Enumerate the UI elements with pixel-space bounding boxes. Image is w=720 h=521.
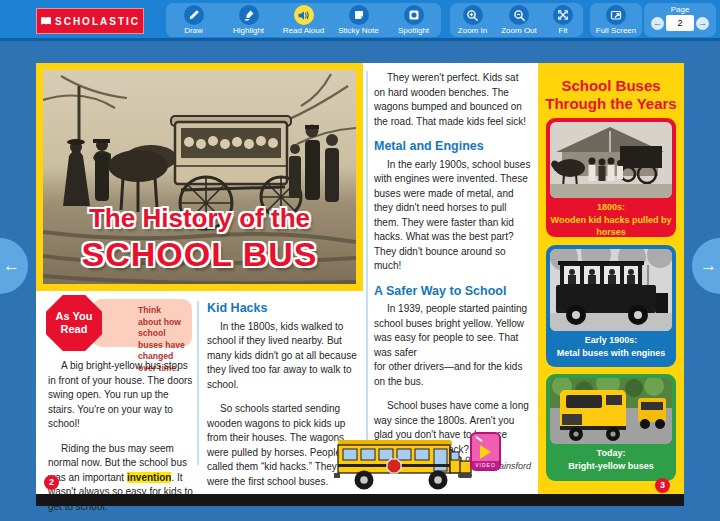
fit-label: Fit bbox=[559, 26, 568, 35]
sidebar-title: School Buses Through the Years bbox=[544, 77, 678, 112]
card-era-label: Early 1900s: bbox=[585, 335, 638, 345]
draw-button[interactable]: Draw bbox=[166, 3, 221, 35]
logo-text: SCHOLASTIC bbox=[55, 16, 140, 27]
previous-page-arrow[interactable]: ← bbox=[0, 238, 28, 294]
zoom-out-icon bbox=[513, 9, 526, 22]
card-description: Bright-yellow buses bbox=[568, 461, 654, 471]
page-number-input[interactable] bbox=[666, 15, 694, 31]
spotlight-button[interactable]: Spotlight bbox=[386, 3, 441, 35]
paragraph: In 1939, people started painting school … bbox=[374, 302, 531, 360]
spread-bottom-shadow bbox=[36, 494, 684, 506]
full-screen-label: Full Screen bbox=[596, 26, 636, 35]
highlight-button[interactable]: Highlight bbox=[221, 3, 276, 35]
full-screen-icon bbox=[610, 9, 622, 21]
hero-photo-kid-hack: The History of the SCHOOL BUS bbox=[43, 70, 356, 284]
article-title-line2: SCHOOL BUS bbox=[43, 235, 356, 274]
sticky-note-label: Sticky Note bbox=[338, 26, 378, 35]
metal-bus-photo-illustration bbox=[550, 249, 672, 331]
toolbar: SCHOLASTIC Draw Highlight Read Aloud Sti… bbox=[0, 0, 720, 41]
zoom-in-button[interactable]: Zoom In bbox=[450, 3, 495, 35]
watch-video-button[interactable]: VIDEO bbox=[470, 432, 501, 471]
section-heading-safer-way: A Safer Way to School bbox=[374, 284, 531, 299]
timeline-card-today: Today: Bright-yellow buses bbox=[546, 374, 676, 481]
article-column-3: They weren't perfect. Kids sat on hard w… bbox=[374, 71, 531, 474]
timeline-card-1800s: 1800s: Wooden kid hacks pulled by horses bbox=[546, 118, 676, 237]
page-number-left: 2 bbox=[44, 475, 59, 490]
sticky-note-button[interactable]: Sticky Note bbox=[331, 3, 386, 35]
column-divider bbox=[366, 71, 368, 457]
paragraph: In the 1800s, kids walked to school if t… bbox=[207, 320, 360, 393]
school-bus-icon bbox=[334, 435, 474, 493]
spotlight-label: Spotlight bbox=[398, 26, 429, 35]
paragraph: They weren't perfect. Kids sat on hard w… bbox=[374, 71, 531, 129]
next-page-arrow[interactable]: → bbox=[692, 238, 720, 294]
spotlight-icon bbox=[408, 9, 420, 21]
fit-button[interactable]: Fit bbox=[543, 3, 583, 35]
card-era-label: Today: bbox=[597, 448, 626, 458]
toolbar-group-fullscreen: Full Screen bbox=[590, 3, 642, 37]
cartoon-school-bus-illustration bbox=[334, 435, 474, 493]
zoom-in-label: Zoom In bbox=[458, 26, 487, 35]
scholastic-logo: SCHOLASTIC bbox=[36, 8, 144, 34]
toolbar-group-annotate: Draw Highlight Read Aloud Sticky Note Sp… bbox=[166, 3, 441, 37]
hero-photo-frame: The History of the SCHOOL BUS bbox=[36, 63, 363, 291]
paragraph: A big bright-yellow bus stops in front o… bbox=[48, 359, 194, 432]
photo-yellow-buses bbox=[550, 378, 672, 444]
open-book-icon bbox=[40, 16, 52, 26]
draw-label: Draw bbox=[184, 26, 203, 35]
zoom-out-button[interactable]: Zoom Out bbox=[495, 3, 543, 35]
zoom-out-label: Zoom Out bbox=[501, 26, 537, 35]
zoom-in-icon bbox=[466, 9, 479, 22]
paragraph: In the early 1900s, school buses with en… bbox=[374, 158, 531, 274]
as-you-read-note: Think about how school buses have change… bbox=[92, 299, 192, 347]
page-next-button[interactable]: → bbox=[696, 17, 709, 30]
magazine-spread: The History of the SCHOOL BUS Think abou… bbox=[36, 63, 684, 494]
video-button-label: VIDEO bbox=[472, 461, 499, 469]
photo-wooden-kid-hack bbox=[550, 122, 672, 198]
photo-metal-bus bbox=[550, 249, 672, 331]
read-aloud-label: Read Aloud bbox=[283, 26, 324, 35]
speaker-icon bbox=[297, 9, 310, 22]
arrow-right-icon: → bbox=[700, 256, 717, 276]
kid-hack-photo-illustration bbox=[550, 122, 672, 198]
pencil-icon bbox=[188, 9, 200, 21]
page-label: Page bbox=[671, 5, 690, 14]
timeline-sidebar: School Buses Through the Years bbox=[538, 63, 684, 494]
toolbar-group-zoom: Zoom In Zoom Out Fit bbox=[450, 3, 583, 37]
card-description: Wooden kid hacks pulled by horses bbox=[551, 215, 672, 238]
section-heading-metal-engines: Metal and Engines bbox=[374, 139, 531, 154]
vocabulary-highlight[interactable]: invention bbox=[127, 472, 171, 483]
as-you-read-badge-text: As You Read bbox=[46, 310, 102, 335]
highlight-label: Highlight bbox=[233, 26, 264, 35]
paragraph: for other drivers—and for the kids on th… bbox=[374, 360, 531, 389]
arrow-left-icon: ← bbox=[3, 256, 20, 276]
section-heading-kid-hacks: Kid Hacks bbox=[207, 301, 360, 316]
sparkle-icon bbox=[475, 436, 483, 442]
column-divider bbox=[197, 301, 199, 465]
toolbar-group-page: Page ← → bbox=[644, 3, 716, 37]
card-era-label: 1800s: bbox=[597, 202, 625, 212]
card-description: Metal buses with engines bbox=[557, 348, 666, 358]
yellow-bus-photo-illustration bbox=[550, 378, 672, 444]
play-icon bbox=[480, 445, 491, 459]
timeline-card-early-1900s: Early 1900s: Metal buses with engines bbox=[546, 245, 676, 367]
full-screen-button[interactable]: Full Screen bbox=[590, 3, 642, 35]
fit-icon bbox=[557, 9, 569, 21]
read-aloud-button[interactable]: Read Aloud bbox=[276, 3, 331, 35]
highlighter-icon bbox=[243, 9, 255, 21]
article-title-line1: The History of the bbox=[43, 203, 356, 234]
reader-app: SCHOLASTIC Draw Highlight Read Aloud Sti… bbox=[0, 0, 720, 521]
sticky-note-icon bbox=[353, 9, 365, 21]
page-number-right: 3 bbox=[655, 478, 670, 493]
page-prev-button[interactable]: ← bbox=[651, 17, 664, 30]
